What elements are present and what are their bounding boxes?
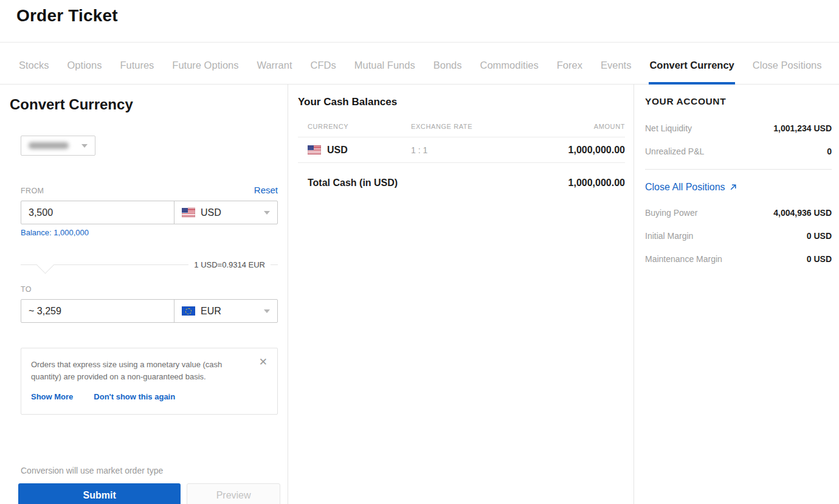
cash-quantity-notice: ✕ Orders that express size using a monet…: [21, 348, 278, 415]
close-all-positions-label: Close All Positions: [645, 182, 725, 193]
initial-margin-label: Initial Margin: [645, 231, 693, 241]
your-account-heading: YOUR ACCOUNT: [645, 96, 832, 107]
us-flag-icon: [308, 145, 321, 154]
row-exchange-rate: 1 : 1: [411, 145, 568, 155]
content: Convert Currency FROM Reset USD Balance:…: [0, 85, 839, 504]
account-selector[interactable]: [21, 136, 95, 156]
net-liquidity-row: Net Liquidity 1,001,234 USD: [645, 123, 832, 133]
from-amount-input[interactable]: [21, 201, 174, 224]
from-input-group: USD: [21, 201, 278, 224]
arrow-up-right-icon: [729, 183, 737, 192]
unrealized-pl-label: Unrealized P&L: [645, 147, 704, 156]
unrealized-pl-row: Unrealized P&L 0: [645, 147, 832, 156]
buying-power-label: Buying Power: [645, 208, 697, 218]
tab-close-positions[interactable]: Close Positions: [752, 60, 823, 85]
page-header: Order Ticket: [0, 0, 839, 43]
tab-stocks[interactable]: Stocks: [18, 60, 50, 85]
us-flag-icon: [182, 208, 195, 217]
submit-button[interactable]: Submit: [18, 483, 181, 504]
balance-link[interactable]: Balance: 1,000,000: [21, 228, 278, 237]
maintenance-margin-value: 0 USD: [807, 254, 832, 264]
dont-show-again-link[interactable]: Don't show this again: [94, 392, 175, 401]
total-cash-label: Total Cash (in USD): [308, 178, 398, 188]
notice-text: Orders that express size using a monetar…: [31, 359, 224, 383]
cash-balances-panel: Your Cash Balances CURRENCY EXCHANGE RAT…: [288, 85, 634, 504]
tab-events[interactable]: Events: [600, 60, 632, 85]
page-title: Order Ticket: [16, 6, 839, 26]
convert-heading: Convert Currency: [10, 96, 278, 113]
preview-button[interactable]: Preview: [187, 483, 280, 504]
total-cash-amount: 1,000,000.00: [568, 178, 625, 188]
table-header-row: CURRENCY EXCHANGE RATE AMOUNT: [298, 116, 625, 137]
tab-commodities[interactable]: Commodities: [480, 60, 539, 85]
from-currency-code: USD: [201, 207, 258, 218]
market-order-footnote: Conversion will use market order type: [21, 466, 278, 475]
from-currency-select[interactable]: USD: [174, 201, 277, 224]
tab-future-options[interactable]: Future Options: [171, 60, 239, 85]
convert-form: FROM Reset USD Balance: 1,000,000 1 USD=…: [21, 136, 278, 504]
initial-margin-row: Initial Margin 0 USD: [645, 231, 832, 241]
row-currency: USD: [327, 145, 348, 156]
table-row: USD 1 : 1 1,000,000.00: [298, 137, 625, 163]
chevron-down-icon: [264, 211, 270, 215]
total-cash-row: Total Cash (in USD) 1,000,000.00: [298, 163, 625, 188]
your-account-panel: YOUR ACCOUNT Net Liquidity 1,001,234 USD…: [634, 85, 839, 504]
divider: [645, 169, 832, 170]
row-amount: 1,000,000.00: [568, 145, 625, 156]
from-label: FROM: [21, 187, 44, 195]
to-label: TO: [21, 285, 278, 294]
to-input-group: EUR: [21, 299, 278, 323]
chevron-down-icon: [81, 144, 88, 148]
col-amount: AMOUNT: [594, 123, 625, 130]
chevron-down-icon: [264, 309, 270, 313]
convert-currency-panel: Convert Currency FROM Reset USD Balance:…: [0, 85, 288, 504]
divider-line-tail: [271, 264, 278, 265]
account-id-redacted: [29, 142, 69, 149]
cash-balances-heading: Your Cash Balances: [298, 96, 625, 108]
to-currency-code: EUR: [201, 306, 258, 317]
tab-cfds[interactable]: CFDs: [310, 60, 337, 85]
buying-power-row: Buying Power 4,004,936 USD: [645, 208, 832, 218]
col-exchange-rate: EXCHANGE RATE: [411, 123, 594, 130]
tab-bonds[interactable]: Bonds: [433, 60, 463, 85]
tab-convert-currency[interactable]: Convert Currency: [649, 60, 734, 85]
maintenance-margin-label: Maintenance Margin: [645, 254, 722, 264]
show-more-link[interactable]: Show More: [31, 392, 73, 401]
close-all-positions-link[interactable]: Close All Positions: [645, 182, 832, 193]
tab-futures[interactable]: Futures: [119, 60, 154, 85]
close-icon[interactable]: ✕: [259, 357, 268, 367]
tab-mutual-funds[interactable]: Mutual Funds: [354, 60, 416, 85]
divider-line: [21, 264, 188, 265]
to-currency-select[interactable]: EUR: [174, 300, 277, 322]
divider-notch: [36, 256, 55, 274]
unrealized-pl-value: 0: [827, 147, 832, 156]
exchange-rate-text: 1 USD=0.9314 EUR: [194, 260, 265, 269]
initial-margin-value: 0 USD: [807, 231, 832, 241]
net-liquidity-value: 1,001,234 USD: [773, 123, 832, 133]
reset-link[interactable]: Reset: [254, 185, 278, 195]
tab-forex[interactable]: Forex: [556, 60, 583, 85]
buying-power-value: 4,004,936 USD: [773, 208, 832, 218]
maintenance-margin-row: Maintenance Margin 0 USD: [645, 254, 832, 264]
net-liquidity-label: Net Liquidity: [645, 123, 692, 133]
tab-options[interactable]: Options: [67, 60, 103, 85]
to-amount-input[interactable]: [21, 300, 174, 322]
eu-flag-icon: [182, 306, 195, 316]
col-currency: CURRENCY: [308, 123, 411, 130]
order-type-tabbar: Stocks Options Futures Future Options Wa…: [0, 43, 839, 85]
tab-warrant[interactable]: Warrant: [256, 60, 292, 85]
cash-balances-table: CURRENCY EXCHANGE RATE AMOUNT USD 1 : 1 …: [298, 116, 625, 188]
rate-divider: 1 USD=0.9314 EUR: [21, 260, 278, 269]
